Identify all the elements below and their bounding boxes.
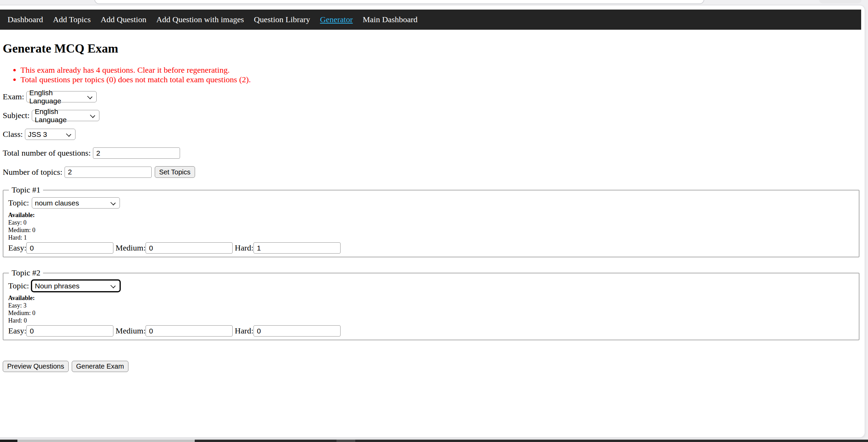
topic-2-select-value: Noun phrases — [35, 282, 80, 290]
topic-2-select[interactable]: Noun phrases — [32, 280, 120, 291]
topic-2-difficulty-row: Easy: Medium: Hard: — [8, 325, 853, 337]
exam-select-value: English Language — [29, 89, 84, 105]
topic-2-medium-input[interactable] — [146, 325, 233, 337]
browser-toolbar-pill — [819, 0, 862, 3]
set-topics-button[interactable]: Set Topics — [155, 166, 195, 178]
form-actions: Preview Questions Generate Exam — [3, 361, 859, 372]
generate-exam-button[interactable]: Generate Exam — [72, 361, 128, 372]
topic-2-legend: Topic #2 — [9, 268, 43, 277]
topic-1-availability: Available: Easy: 0 Medium: 0 Hard: 1 — [8, 211, 853, 241]
chevron-down-icon — [110, 283, 115, 288]
chevron-down-icon — [90, 113, 95, 118]
topic-2-hard-input[interactable] — [253, 325, 341, 337]
chevron-down-icon — [87, 94, 92, 99]
nav-item-question-library[interactable]: Question Library — [254, 15, 310, 24]
topic-1-select[interactable]: noum clauses — [32, 197, 120, 209]
topic-2-label: Topic: — [8, 281, 29, 290]
hard-label: Hard: — [235, 243, 253, 253]
easy-label: Easy: — [8, 243, 26, 253]
chevron-down-icon — [110, 200, 115, 205]
topic-2-availability: Available: Easy: 3 Medium: 0 Hard: 0 — [8, 294, 853, 324]
available-easy: Easy: 0 — [8, 219, 853, 226]
page-content: Generate MCQ Exam This exam already has … — [0, 42, 865, 372]
browser-address-bar-bottom[interactable] — [94, 0, 704, 4]
nav-item-add-question-images[interactable]: Add Question with images — [156, 15, 244, 24]
nav-item-dashboard[interactable]: Dashboard — [8, 15, 43, 24]
available-easy: Easy: 3 — [8, 302, 853, 309]
topic-2-select-row: Topic: Noun phrases — [8, 280, 853, 291]
total-questions-label: Total number of questions: — [3, 148, 91, 158]
chevron-down-icon — [66, 131, 71, 137]
preview-questions-button[interactable]: Preview Questions — [3, 361, 69, 372]
page-title: Generate MCQ Exam — [3, 42, 859, 56]
topic-2-easy-input[interactable] — [26, 325, 113, 337]
exam-select[interactable]: English Language — [26, 91, 97, 102]
easy-label: Easy: — [8, 326, 26, 336]
error-item: This exam already has 4 questions. Clear… — [20, 66, 859, 75]
topic-1-medium-input[interactable] — [146, 242, 233, 254]
subject-select-value: English Language — [35, 108, 87, 124]
hard-label: Hard: — [235, 326, 253, 336]
available-hard: Hard: 1 — [8, 234, 853, 241]
error-list: This exam already has 4 questions. Clear… — [3, 66, 859, 84]
class-select[interactable]: JSS 3 — [25, 129, 75, 140]
class-label: Class: — [3, 130, 23, 139]
nav-item-generator[interactable]: Generator — [320, 15, 353, 24]
subject-row: Subject: English Language — [3, 110, 859, 121]
medium-label: Medium: — [115, 326, 146, 336]
available-label: Available: — [8, 211, 853, 219]
topic-1-select-row: Topic: noum clauses — [8, 197, 853, 209]
available-medium: Medium: 0 — [8, 309, 853, 317]
exam-label: Exam: — [3, 92, 24, 101]
browser-content-window: Dashboard Add Topics Add Question Add Qu… — [0, 5, 865, 438]
topic-2-fieldset: Topic #2 Topic: Noun phrases Available: … — [3, 268, 859, 340]
topic-1-label: Topic: — [8, 198, 29, 208]
number-of-topics-input[interactable] — [65, 167, 152, 178]
main-nav: Dashboard Add Topics Add Question Add Qu… — [0, 10, 861, 30]
number-of-topics-row: Number of topics: Set Topics — [3, 166, 859, 178]
medium-label: Medium: — [115, 243, 146, 253]
available-label: Available: — [8, 294, 853, 302]
topic-1-hard-input[interactable] — [253, 242, 341, 254]
total-questions-input[interactable] — [93, 147, 180, 159]
available-hard: Hard: 0 — [8, 317, 853, 324]
class-row: Class: JSS 3 — [3, 129, 859, 140]
exam-row: Exam: English Language — [3, 91, 859, 102]
nav-item-main-dashboard[interactable]: Main Dashboard — [363, 15, 418, 24]
topic-1-fieldset: Topic #1 Topic: noum clauses Available: … — [3, 185, 859, 257]
topic-1-legend: Topic #1 — [9, 185, 43, 195]
windows-taskbar-edge — [0, 440, 868, 442]
number-of-topics-label: Number of topics: — [3, 168, 63, 177]
error-item: Total questions per topics (0) does not … — [20, 75, 859, 85]
nav-item-add-topics[interactable]: Add Topics — [53, 15, 91, 24]
topic-1-select-value: noum clauses — [35, 199, 79, 207]
subject-select[interactable]: English Language — [32, 110, 99, 121]
nav-item-add-question[interactable]: Add Question — [101, 15, 147, 24]
total-questions-row: Total number of questions: — [3, 147, 859, 159]
available-medium: Medium: 0 — [8, 226, 853, 234]
topic-1-difficulty-row: Easy: Medium: Hard: — [8, 242, 853, 254]
subject-label: Subject: — [3, 111, 30, 120]
class-select-value: JSS 3 — [28, 130, 47, 139]
topic-1-easy-input[interactable] — [26, 242, 113, 254]
